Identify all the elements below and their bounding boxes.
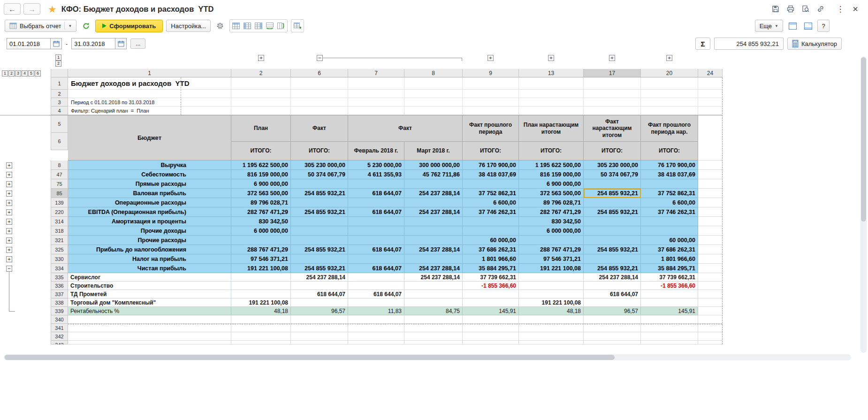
data-cell[interactable]: 97 546 371,21 (231, 254, 291, 264)
data-cell[interactable] (519, 290, 584, 298)
data-cell[interactable] (404, 198, 463, 207)
column-group-level-2[interactable]: 2 (55, 61, 61, 67)
empty-cell[interactable] (291, 107, 348, 115)
row-header-340[interactable]: 340 (51, 315, 68, 324)
data-cell[interactable]: 282 767 471,29 (231, 207, 291, 217)
data-cell[interactable] (231, 290, 291, 298)
data-cell[interactable] (463, 298, 519, 307)
empty-cell[interactable] (641, 332, 698, 341)
data-cell[interactable]: 618 644,07 (348, 207, 404, 217)
data-cell[interactable]: 11,83 (348, 307, 404, 315)
freeze-header-button[interactable] (242, 20, 253, 32)
row-header-334[interactable]: 334 (51, 264, 68, 273)
data-cell[interactable] (519, 282, 584, 290)
empty-cell[interactable] (698, 324, 723, 332)
data-cell[interactable] (348, 198, 404, 207)
data-cell[interactable] (348, 273, 404, 282)
column-subheader[interactable]: Март 2018 г. (404, 142, 463, 160)
empty-cell[interactable] (348, 341, 404, 344)
data-cell[interactable]: 1 195 622 500,00 (519, 160, 584, 170)
data-cell[interactable] (641, 179, 698, 189)
expand-column-group-17[interactable]: + (609, 55, 615, 61)
data-cell[interactable]: 254 237 288,14 (291, 273, 348, 282)
expand-row-group-75[interactable]: + (6, 181, 12, 187)
empty-cell[interactable] (698, 332, 723, 341)
data-cell[interactable] (641, 226, 698, 236)
data-cell[interactable] (291, 236, 348, 245)
row-group-level-2[interactable]: 2 (8, 70, 15, 76)
data-cell[interactable]: 96,57 (291, 307, 348, 315)
row-header-2[interactable]: 2 (51, 90, 68, 98)
data-cell[interactable] (291, 282, 348, 290)
empty-cell[interactable] (231, 315, 291, 324)
data-cell[interactable]: 254 855 932,21 (584, 207, 641, 217)
empty-cell[interactable] (68, 341, 231, 344)
empty-cell[interactable] (698, 107, 723, 115)
empty-cell[interactable] (68, 315, 231, 324)
data-cell[interactable]: 618 644,07 (348, 264, 404, 273)
row-label-330[interactable]: Налог на прибыль (68, 254, 231, 264)
empty-cell[interactable] (641, 98, 698, 107)
data-cell[interactable] (519, 273, 584, 282)
period-from-calendar-button[interactable] (51, 38, 62, 49)
data-cell[interactable]: 300 000 000,00 (404, 160, 463, 170)
row-header-1[interactable]: 1 (51, 77, 68, 90)
row-header-75[interactable]: 75 (51, 179, 68, 189)
empty-cell[interactable] (231, 98, 291, 107)
data-cell[interactable]: 830 342,50 (519, 217, 584, 226)
column-subheader[interactable]: ИТОГО: (584, 142, 641, 160)
data-cell[interactable]: 45 762 711,86 (404, 170, 463, 179)
empty-cell[interactable] (404, 324, 463, 332)
empty-cell[interactable] (519, 315, 584, 324)
empty-cell[interactable] (698, 236, 723, 245)
empty-cell[interactable] (698, 189, 723, 198)
row-label-321[interactable]: Прочие расходы (68, 236, 231, 245)
settings-button[interactable]: Настройка... (166, 20, 211, 32)
empty-cell[interactable] (348, 315, 404, 324)
data-cell[interactable] (348, 226, 404, 236)
row-label-314[interactable]: Амортизация и проценты (68, 217, 231, 226)
column-header-8[interactable]: 8 (404, 69, 463, 77)
empty-cell[interactable] (348, 77, 404, 90)
empty-cell[interactable] (291, 341, 348, 344)
column-header[interactable]: Факт прошлого периода (463, 115, 519, 142)
empty-cell[interactable] (698, 307, 723, 315)
empty-cell[interactable] (231, 107, 291, 115)
data-cell[interactable]: -1 855 366,60 (463, 282, 519, 290)
empty-cell[interactable] (519, 332, 584, 341)
empty-cell[interactable] (348, 90, 404, 98)
data-cell[interactable]: -1 855 366,60 (641, 282, 698, 290)
report-title-cell[interactable]: Бюджет доходов и расходов YTD (68, 77, 231, 90)
row-header-3[interactable]: 3 (51, 98, 68, 107)
show-row-totals-button[interactable] (264, 20, 275, 32)
data-cell[interactable]: 145,91 (463, 307, 519, 315)
column-header-6[interactable]: 6 (291, 69, 348, 77)
select-report-button[interactable]: Выбрать отчет ▼ (5, 20, 76, 32)
data-cell[interactable]: 372 563 500,00 (519, 189, 584, 198)
row-label-318[interactable]: Прочие доходы (68, 226, 231, 236)
empty-cell[interactable] (698, 179, 723, 189)
empty-cell[interactable] (698, 254, 723, 264)
data-cell[interactable]: 6 900 000,00 (231, 179, 291, 189)
empty-cell[interactable] (698, 226, 723, 236)
row-label-336[interactable]: Строительство (68, 282, 231, 290)
column-subheader[interactable]: Февраль 2018 г. (348, 142, 404, 160)
selected-cell[interactable]: 254 855 932,21 (584, 189, 641, 198)
period-from-input[interactable] (7, 38, 51, 49)
row-header-314[interactable]: 314 (51, 217, 68, 226)
row-header[interactable]: 5 (51, 115, 68, 133)
row-group-level-3[interactable]: 3 (15, 70, 21, 76)
data-cell[interactable]: 35 884 295,71 (463, 264, 519, 273)
data-cell[interactable] (584, 282, 641, 290)
row-label-339[interactable]: Рентабельность % (68, 307, 231, 315)
empty-cell[interactable] (698, 273, 723, 282)
data-cell[interactable]: 816 159 000,00 (519, 170, 584, 179)
row-group-level-1[interactable]: 1 (2, 70, 8, 76)
data-cell[interactable] (404, 226, 463, 236)
data-cell[interactable]: 1 801 966,60 (641, 254, 698, 264)
data-cell[interactable]: 50 374 067,79 (584, 170, 641, 179)
data-cell[interactable] (641, 298, 698, 307)
empty-cell[interactable] (463, 90, 519, 98)
data-cell[interactable]: 6 600,00 (641, 198, 698, 207)
data-cell[interactable] (348, 217, 404, 226)
